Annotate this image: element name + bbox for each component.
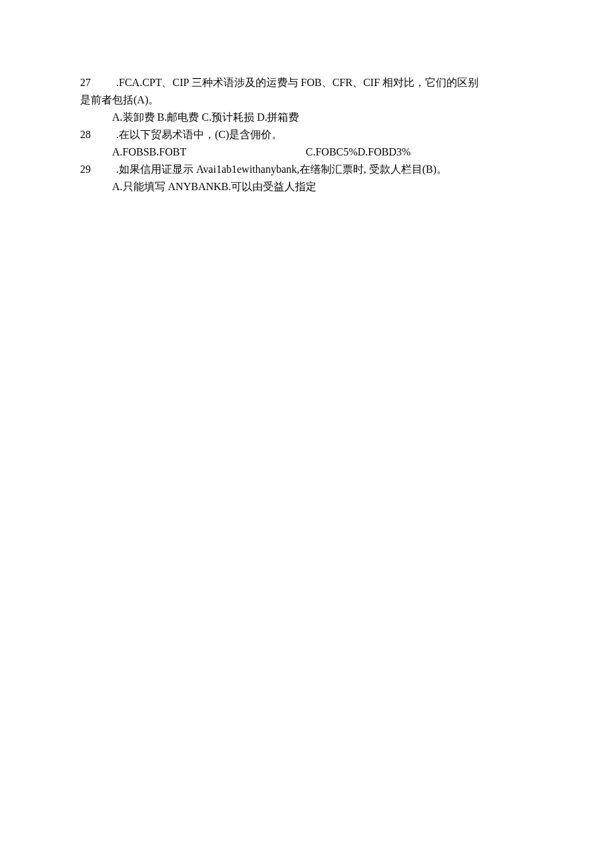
question-number-28: 28 [80, 127, 113, 143]
question-28-text: .在以下贸易术语中，(C)是含佣价。 [113, 129, 282, 140]
question-28-stem: 28 .在以下贸易术语中，(C)是含佣价。 [80, 127, 541, 143]
question-29-stem: 29 .如果信用证显示 Avai1ab1ewithanybank,在缮制汇票时,… [80, 161, 541, 177]
question-27-line-1: 27 .FCA.CPT、CIP 三种术语涉及的运费与 FOB、CFR、CIF 相… [80, 75, 541, 91]
question-27-options-text: A.装卸费 B.邮电费 C.预计耗损 D.拼箱费 [112, 111, 299, 123]
question-28-options: A.FOBSB.FOBT C.FOBC5%D.FOBD3% [112, 144, 541, 160]
document-page: 27 .FCA.CPT、CIP 三种术语涉及的运费与 FOB、CFR、CIF 相… [0, 0, 614, 868]
question-27-line-2: 是前者包括(A)。 [80, 92, 541, 108]
question-28-options-right: C.FOBC5%D.FOBD3% [306, 144, 541, 160]
question-27-options: A.装卸费 B.邮电费 C.预计耗损 D.拼箱费 [112, 109, 541, 125]
question-29-options: A.只能填写 ANYBANKB.可以由受益人指定 [112, 179, 541, 195]
question-28-options-left: A.FOBSB.FOBT [112, 144, 306, 160]
question-number-29: 29 [80, 161, 113, 177]
question-29-text: .如果信用证显示 Avai1ab1ewithanybank,在缮制汇票时, 受款… [113, 163, 447, 175]
question-27-text-1: .FCA.CPT、CIP 三种术语涉及的运费与 FOB、CFR、CIF 相对比，… [113, 77, 479, 88]
question-29-options-text: A.只能填写 ANYBANKB.可以由受益人指定 [112, 181, 316, 192]
question-number-27: 27 [80, 75, 113, 91]
question-27-text-2: 是前者包括(A)。 [80, 94, 159, 105]
